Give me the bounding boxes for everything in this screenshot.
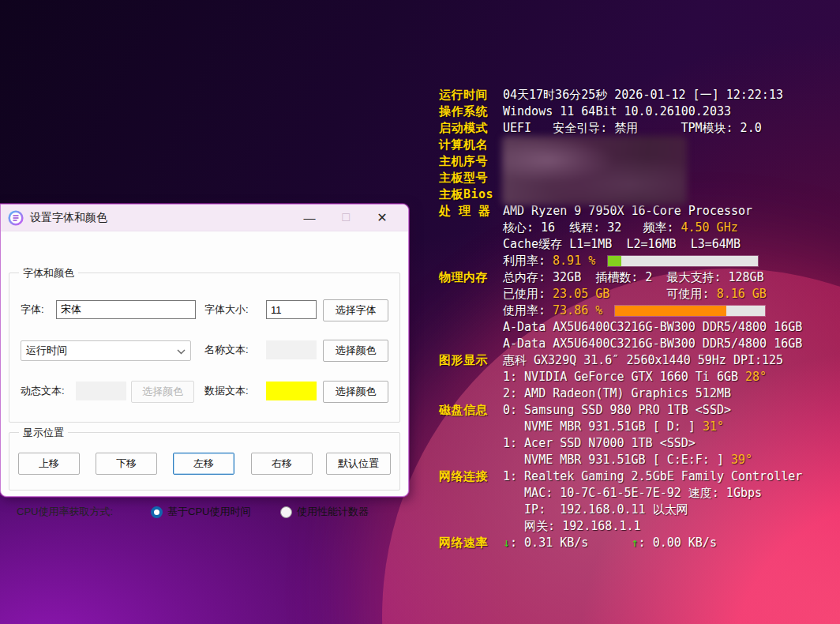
sysinfo-text: NVME MBR 931.51GB [ C:E:F: ] xyxy=(503,452,731,468)
sysinfo-text: : 0.00 KB/s xyxy=(639,535,717,551)
sysinfo-line: 磁盘信息0: Samsung SSD 980 PRO 1TB <SSD> xyxy=(439,402,818,419)
select-data-color-button[interactable]: 选择颜色 xyxy=(323,381,388,403)
sysinfo-line: 使用率: 73.86 % xyxy=(439,303,818,319)
radio-button-icon[interactable] xyxy=(280,506,292,518)
sysinfo-overlay: 运行时间04天17时36分25秒 2026-01-12 [一] 12:22:13… xyxy=(439,87,818,551)
sysinfo-line: 网关: 192.168.1.1 xyxy=(439,518,818,535)
sysinfo-line: IP: 192.168.0.11 以太网 xyxy=(439,502,818,518)
cpu-mode-label: CPU使用率获取方式: xyxy=(17,502,113,521)
sysinfo-line: 网络连接1: Realtek Gaming 2.5GbE Family Cont… xyxy=(439,468,818,485)
sysinfo-text: ↓ xyxy=(503,535,510,551)
move-right-button[interactable]: 右移 xyxy=(251,453,313,475)
sysinfo-line: 物理内存总内存: 32GB 插槽数: 2 最大支持: 128GB xyxy=(439,269,818,286)
sysinfo-label: 图形显示 xyxy=(439,352,503,369)
sysinfo-line: A-Data AX5U6400C3216G-BW300 DDR5/4800 16… xyxy=(439,319,818,336)
move-up-button[interactable]: 上移 xyxy=(18,453,80,475)
sysinfo-text: Cache缓存 L1=1MB L2=16MB L3=64MB xyxy=(503,236,741,253)
sysinfo-text: 8.91 % xyxy=(553,253,595,269)
position-legend: 显示位置 xyxy=(19,426,68,440)
settings-window: 设置字体和颜色 — ☐ ✕ 字体和颜色 字体: 字体大小: 选择字体 运行时间 … xyxy=(0,204,409,497)
sysinfo-text: Windows 11 64Bit 10.0.26100.2033 xyxy=(503,103,731,120)
sysinfo-line: 启动模式UEFI 安全引导: 禁用 TPM模块: 2.0 xyxy=(439,120,818,137)
sysinfo-label: 网络连接 xyxy=(439,468,503,485)
name-text-label: 名称文本: xyxy=(204,340,249,359)
select-dynamic-color-button: 选择颜色 xyxy=(131,381,194,403)
titlebar[interactable]: 设置字体和颜色 — ☐ ✕ xyxy=(1,205,408,231)
sysinfo-text: 0: Samsung SSD 980 PRO 1TB <SSD> xyxy=(503,402,731,419)
font-size-input[interactable] xyxy=(266,300,317,319)
sysinfo-label: 操作系统 xyxy=(439,103,503,120)
default-position-button[interactable]: 默认位置 xyxy=(326,453,391,475)
sysinfo-text: A-Data AX5U6400C3216G-BW300 DDR5/4800 16… xyxy=(503,336,802,352)
sysinfo-line: A-Data AX5U6400C3216G-BW300 DDR5/4800 16… xyxy=(439,336,818,352)
app-icon xyxy=(8,210,24,226)
sysinfo-label: 主板型号 xyxy=(439,170,503,186)
sysinfo-text: 网关: 192.168.1.1 xyxy=(503,518,641,535)
minimize-button[interactable]: — xyxy=(291,205,328,231)
font-size-label: 字体大小: xyxy=(204,300,249,319)
data-text-label: 数据文本: xyxy=(204,382,249,400)
select-font-button[interactable]: 选择字体 xyxy=(323,299,388,321)
sysinfo-line: NVME MBR 931.51GB [ C:E:F: ] 39° xyxy=(439,452,818,468)
dynamic-text-label: 动态文本: xyxy=(21,382,65,400)
sysinfo-text: 39° xyxy=(731,452,752,468)
sysinfo-line: 运行时间04天17时36分25秒 2026-01-12 [一] 12:22:13 xyxy=(439,87,818,103)
radio-perf-counter-label: 使用性能计数器 xyxy=(297,505,369,519)
sysinfo-text: ↑ xyxy=(632,535,639,551)
sysinfo-line: 利用率: 8.91 % xyxy=(439,253,818,269)
sysinfo-line: NVME MBR 931.51GB [ D: ] 31° xyxy=(439,419,818,435)
sysinfo-text: : 0.31 KB/s xyxy=(510,535,632,551)
select-name-color-button[interactable]: 选择颜色 xyxy=(323,340,388,362)
sysinfo-label: 网络速率 xyxy=(439,535,503,551)
radio-button-icon[interactable] xyxy=(151,506,163,518)
sysinfo-text: 利用率: xyxy=(503,253,553,269)
move-left-button[interactable]: 左移 xyxy=(173,453,234,475)
sysinfo-label: 计算机名 xyxy=(439,137,503,153)
radio-cpu-time[interactable]: 基于CPU使用时间 xyxy=(151,505,250,519)
item-dropdown[interactable]: 运行时间 xyxy=(21,340,191,361)
sysinfo-text: MAC: 10-7C-61-5E-7E-92 速度: 1Gbps xyxy=(503,485,762,502)
font-color-legend: 字体和颜色 xyxy=(19,266,78,280)
sysinfo-text: 8.16 GB xyxy=(717,286,767,303)
sysinfo-text: IP: 192.168.0.11 以太网 xyxy=(503,502,688,518)
dynamic-text-swatch xyxy=(76,382,126,400)
sysinfo-text: 惠科 GX329Q 31.6″ 2560x1440 59Hz DPI:125 xyxy=(503,352,783,369)
sysinfo-text: 23.05 GB xyxy=(553,286,609,303)
sysinfo-line: 网络速率↓: 0.31 KB/s ↑: 0.00 KB/s xyxy=(439,535,818,551)
progress-bar-fill xyxy=(608,256,621,266)
sysinfo-text: 1: Realtek Gaming 2.5GbE Family Controll… xyxy=(503,468,802,485)
sysinfo-line: 核心: 16 线程: 32 频率: 4.50 GHz xyxy=(439,220,818,236)
redacted-blur xyxy=(502,136,687,205)
sysinfo-label: 磁盘信息 xyxy=(439,402,503,419)
sysinfo-text: A-Data AX5U6400C3216G-BW300 DDR5/4800 16… xyxy=(503,319,802,336)
sysinfo-text: AMD Ryzen 9 7950X 16-Core Processor xyxy=(503,203,752,220)
radio-cpu-time-label: 基于CPU使用时间 xyxy=(167,505,250,519)
sysinfo-label: 主机序号 xyxy=(439,153,503,170)
maximize-button[interactable]: ☐ xyxy=(328,205,364,231)
sysinfo-text: 1: Acer SSD N7000 1TB <SSD> xyxy=(503,435,696,452)
sysinfo-line: 1: NVIDIA GeForce GTX 1660 Ti 6GB 28° xyxy=(439,369,818,385)
sysinfo-line: 2: AMD Radeon(TM) Graphics 512MB xyxy=(439,385,818,402)
sysinfo-line: MAC: 10-7C-61-5E-7E-92 速度: 1Gbps xyxy=(439,485,818,502)
window-title: 设置字体和颜色 xyxy=(30,211,107,225)
sysinfo-line: Cache缓存 L1=1MB L2=16MB L3=64MB xyxy=(439,236,818,253)
sysinfo-text: 31° xyxy=(703,419,724,435)
font-name-input[interactable] xyxy=(56,300,196,319)
close-button[interactable]: ✕ xyxy=(364,205,400,231)
sysinfo-text: NVME MBR 931.51GB [ D: ] xyxy=(503,419,703,435)
font-label: 字体: xyxy=(21,300,44,319)
sysinfo-label: 启动模式 xyxy=(439,120,503,137)
sysinfo-label: 处 理 器 xyxy=(439,203,503,220)
move-down-button[interactable]: 下移 xyxy=(96,453,157,475)
sysinfo-line: 图形显示惠科 GX329Q 31.6″ 2560x1440 59Hz DPI:1… xyxy=(439,352,818,369)
sysinfo-text: 总内存: 32GB 插槽数: 2 最大支持: 128GB xyxy=(503,269,764,286)
sysinfo-line: 已使用: 23.05 GB 可使用: 8.16 GB xyxy=(439,286,818,303)
sysinfo-text: 04天17时36分25秒 2026-01-12 [一] 12:22:13 xyxy=(503,87,783,103)
radio-perf-counter[interactable]: 使用性能计数器 xyxy=(280,505,369,519)
chevron-down-icon xyxy=(177,345,186,357)
sysinfo-text: 2: AMD Radeon(TM) Graphics 512MB xyxy=(503,385,731,402)
sysinfo-text: 1: NVIDIA GeForce GTX 1660 Ti 6GB xyxy=(503,369,745,385)
sysinfo-line: 处 理 器AMD Ryzen 9 7950X 16-Core Processor xyxy=(439,203,818,220)
sysinfo-label: 物理内存 xyxy=(439,269,503,286)
sysinfo-text: 4.50 GHz xyxy=(681,220,737,236)
